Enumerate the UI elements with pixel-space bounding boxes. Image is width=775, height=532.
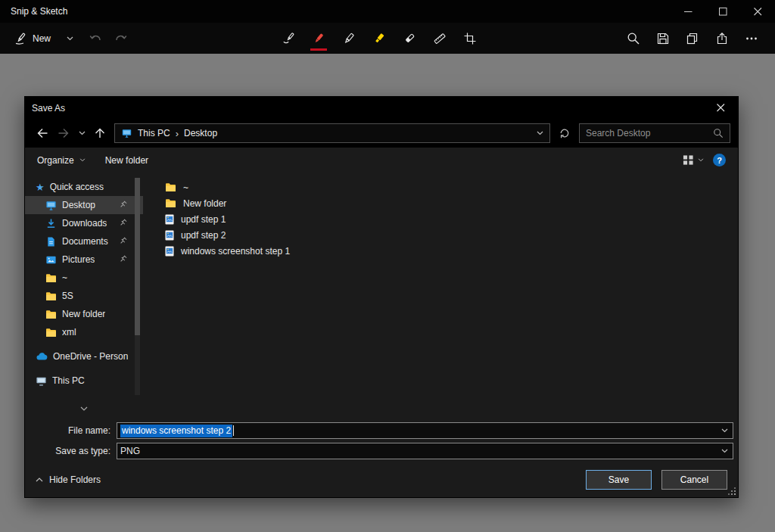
redo-icon — [114, 32, 128, 45]
forward-arrow-icon — [57, 126, 70, 140]
file-item[interactable]: windows screenshot step 1 — [165, 243, 738, 259]
sidebar-item-quick-access[interactable]: ★ Quick access — [25, 178, 143, 196]
help-button[interactable]: ? — [713, 154, 726, 166]
sidebar-item-documents[interactable]: Documents — [25, 232, 143, 250]
tool-ballpoint-pen[interactable] — [303, 24, 334, 53]
file-item[interactable]: New folder — [165, 195, 738, 211]
app-titlebar: Snip & Sketch — [0, 0, 775, 23]
forward-button[interactable] — [54, 123, 73, 143]
dialog-close-button[interactable] — [704, 97, 738, 119]
sidebar-item-tilde[interactable]: ~ — [25, 269, 143, 287]
organize-button[interactable]: Organize — [37, 155, 86, 166]
hide-folders-button[interactable]: Hide Folders — [36, 474, 101, 485]
redo-button[interactable] — [110, 26, 132, 51]
sidebar-item-this-pc[interactable]: This PC — [25, 372, 143, 390]
file-label: windows screenshot step 1 — [181, 246, 290, 257]
file-item[interactable]: ~ — [165, 179, 738, 195]
file-item[interactable]: updf step 2 — [165, 227, 738, 243]
minimize-icon — [684, 8, 693, 16]
change-view-button[interactable] — [683, 154, 704, 166]
downloads-icon — [45, 218, 57, 229]
file-item[interactable]: updf step 1 — [165, 211, 738, 227]
undo-icon — [89, 32, 102, 45]
tool-crop[interactable] — [455, 24, 485, 53]
folder-icon — [45, 273, 57, 283]
address-dropdown-icon[interactable] — [537, 131, 543, 135]
sidebar-scrollbar-thumb[interactable] — [135, 178, 140, 335]
pin-icon — [118, 218, 128, 228]
image-file-icon — [165, 246, 174, 257]
pin-icon — [118, 236, 128, 246]
file-label: New folder — [183, 198, 226, 209]
sidebar-item-new-folder[interactable]: New folder — [25, 305, 143, 323]
chevron-down-icon — [79, 131, 86, 135]
canvas-area: Save As — [0, 54, 775, 532]
chevron-down-icon — [67, 36, 73, 41]
refresh-button[interactable] — [555, 123, 574, 143]
document-icon — [45, 236, 57, 247]
zoom-icon — [627, 32, 640, 45]
save-confirm-button[interactable]: Save — [586, 470, 652, 490]
dialog-body: ★ Quick access Desktop — [25, 173, 738, 415]
navigation-pane: ★ Quick access Desktop — [25, 173, 143, 415]
more-options-button[interactable] — [736, 24, 766, 53]
new-snip-dropdown[interactable] — [58, 26, 81, 51]
sidebar-item-xml[interactable]: xml — [25, 323, 143, 341]
new-folder-button[interactable]: New folder — [105, 155, 148, 166]
sidebar-item-pictures[interactable]: Pictures — [25, 250, 143, 269]
tool-touch-writing[interactable] — [273, 24, 303, 53]
undo-button[interactable] — [84, 26, 107, 51]
tool-eraser[interactable] — [394, 24, 425, 53]
window-controls — [671, 0, 775, 23]
new-snip-button[interactable]: New — [9, 28, 55, 49]
share-button[interactable] — [707, 24, 736, 53]
image-file-icon — [165, 230, 174, 241]
file-name-value: windows screenshot step 2 — [120, 425, 232, 437]
file-name-input[interactable]: windows screenshot step 2 — [117, 422, 733, 439]
minimize-button[interactable] — [671, 0, 705, 23]
save-as-type-select[interactable]: PNG — [117, 443, 733, 459]
sidebar-item-desktop[interactable]: Desktop — [25, 196, 143, 214]
save-button[interactable] — [648, 24, 677, 53]
tool-highlighter[interactable] — [364, 24, 394, 53]
star-icon: ★ — [36, 182, 45, 192]
up-arrow-icon — [93, 126, 107, 140]
help-question-icon: ? — [717, 156, 722, 165]
pictures-icon — [45, 254, 57, 266]
chevron-down-icon[interactable] — [721, 428, 728, 433]
cancel-button[interactable]: Cancel — [661, 470, 727, 490]
resize-grip[interactable] — [727, 486, 736, 495]
close-window-button[interactable] — [740, 0, 775, 23]
breadcrumb-this-pc[interactable]: This PC — [138, 128, 170, 138]
copy-button[interactable] — [677, 24, 707, 53]
back-button[interactable] — [33, 123, 52, 143]
save-label: Save — [608, 474, 629, 485]
breadcrumb-desktop[interactable]: Desktop — [184, 128, 217, 138]
sidebar-item-downloads[interactable]: Downloads — [25, 214, 143, 232]
chevron-down-icon[interactable] — [721, 449, 728, 453]
tool-group — [273, 23, 485, 54]
save-icon — [656, 32, 670, 45]
sidebar-item-5s[interactable]: 5S — [25, 287, 143, 305]
up-button[interactable] — [90, 123, 110, 143]
search-input[interactable]: Search Desktop — [579, 123, 730, 143]
location-icon — [121, 128, 132, 138]
dialog-titlebar: Save As — [25, 97, 738, 119]
sidebar-scroll-down-button[interactable] — [25, 406, 143, 411]
tool-ruler[interactable] — [425, 24, 455, 53]
zoom-button[interactable] — [618, 24, 648, 53]
file-label: updf step 1 — [181, 214, 226, 225]
save-as-dialog: Save As — [24, 96, 739, 498]
address-bar[interactable]: This PC Desktop — [114, 123, 550, 143]
highlighter-icon — [372, 32, 386, 45]
folder-icon — [45, 328, 57, 338]
tool-pencil[interactable] — [334, 24, 364, 53]
cancel-label: Cancel — [680, 474, 708, 485]
ruler-icon — [433, 32, 447, 45]
folder-icon — [165, 182, 176, 192]
recent-locations-dropdown[interactable] — [75, 123, 89, 143]
sidebar-item-onedrive[interactable]: OneDrive - Person — [25, 347, 143, 366]
maximize-button[interactable] — [705, 0, 740, 23]
file-label: updf step 2 — [181, 230, 226, 241]
new-label: New — [33, 33, 51, 44]
